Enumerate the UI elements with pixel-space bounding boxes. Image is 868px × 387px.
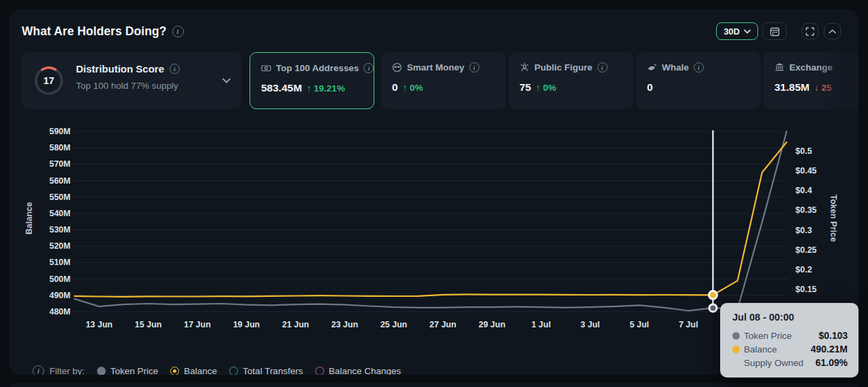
calendar-icon: [770, 26, 780, 37]
title-info-icon[interactable]: i: [172, 26, 184, 37]
stat-value: 31.85M: [774, 81, 810, 94]
timerange-value: 30D: [724, 26, 740, 37]
smart-money-icon: [392, 62, 402, 73]
public-figure-info-icon[interactable]: i: [597, 62, 608, 73]
distribution-chevron-icon[interactable]: [222, 74, 231, 86]
distribution-score-label: Distribution Score: [76, 63, 164, 75]
whale-icon: [647, 62, 657, 73]
panel-header: What Are Holders Doing? i 30D: [9, 9, 859, 52]
smart-money-info-icon[interactable]: i: [469, 62, 479, 73]
top100-info-icon[interactable]: i: [363, 63, 374, 73]
bank-icon: [774, 62, 785, 73]
chevron-down-icon: [744, 29, 751, 34]
legend-balance-changes[interactable]: Balance Changes: [315, 366, 401, 375]
stat-value: 0: [392, 81, 398, 94]
stat-label: Smart Money: [407, 62, 465, 73]
stat-value: 0: [647, 81, 653, 94]
page-title: What Are Holders Doing?: [22, 24, 167, 39]
stat-label: Whale: [662, 62, 689, 73]
whale-info-icon[interactable]: i: [694, 62, 704, 73]
timerange-dropdown[interactable]: 30D: [716, 22, 758, 40]
public-figure-icon: [519, 62, 530, 73]
stat-card-smart-money[interactable]: Smart Money i 0 ↑ 0%: [381, 52, 506, 109]
distribution-subtitle: Top 100 hold 77% supply: [76, 81, 178, 91]
money-icon: [261, 63, 271, 73]
legend-token-price[interactable]: Token Price: [97, 366, 159, 375]
filter-info-icon[interactable]: i: [33, 365, 44, 375]
calendar-button[interactable]: [762, 22, 787, 40]
tooltip-token-price-dot: [732, 332, 740, 340]
next-panel-edge: [9, 383, 859, 387]
stat-label: Exchange: [789, 62, 833, 73]
distribution-info-icon[interactable]: i: [170, 64, 180, 74]
stat-label: Top 100 Addresses: [276, 63, 359, 73]
filter-label: Filter by:: [50, 366, 85, 375]
stat-change: ↑ 19.21%: [307, 83, 344, 94]
stat-value: 583.45M: [261, 82, 302, 94]
total-transfers-radio-icon: [229, 367, 238, 375]
distribution-gauge: 17: [33, 64, 65, 97]
tooltip-title: Jul 08 - 00:00: [732, 312, 848, 323]
stat-label: Public Figure: [534, 62, 593, 73]
stat-card-exchange[interactable]: Exchange 31.85M ↓ 25: [764, 52, 859, 109]
stat-value: 75: [519, 81, 531, 94]
tooltip-balance-dot: [732, 346, 740, 353]
legend-balance[interactable]: Balance: [170, 366, 217, 375]
fullscreen-button[interactable]: [802, 23, 818, 39]
chart-tooltip: Jul 08 - 00:00 Token Price $0.103 Balanc…: [720, 303, 859, 378]
stat-card-top100[interactable]: Top 100 Addresses i 583.45M ↑ 19.21%: [250, 52, 374, 109]
card-fade-overlay: [816, 52, 859, 109]
holders-dashboard: What Are Holders Doing? i 30D: [0, 0, 868, 387]
stat-card-public-figure[interactable]: Public Figure i 75 ↑ 0%: [509, 52, 633, 109]
stat-change: ↓ 25: [814, 83, 832, 93]
fullscreen-icon: [806, 27, 814, 36]
stat-card-whale[interactable]: Whale i 0: [636, 52, 761, 109]
distribution-score-card[interactable]: 17 Distribution Score i Top 100 hold 77%…: [22, 52, 241, 109]
balance-radio-icon: [170, 367, 179, 375]
legend-total-transfers[interactable]: Total Transfers: [229, 366, 303, 375]
filter-row: i Filter by: Token Price Balance Total T…: [33, 365, 401, 375]
distribution-score-value: 17: [33, 64, 65, 97]
token-price-dot-icon: [97, 367, 106, 375]
collapse-button[interactable]: [824, 23, 841, 39]
stat-change: ↑ 0%: [536, 83, 556, 93]
balance-changes-radio-icon: [315, 367, 324, 375]
chevron-up-icon: [829, 29, 836, 34]
stat-change: ↑ 0%: [403, 83, 423, 93]
